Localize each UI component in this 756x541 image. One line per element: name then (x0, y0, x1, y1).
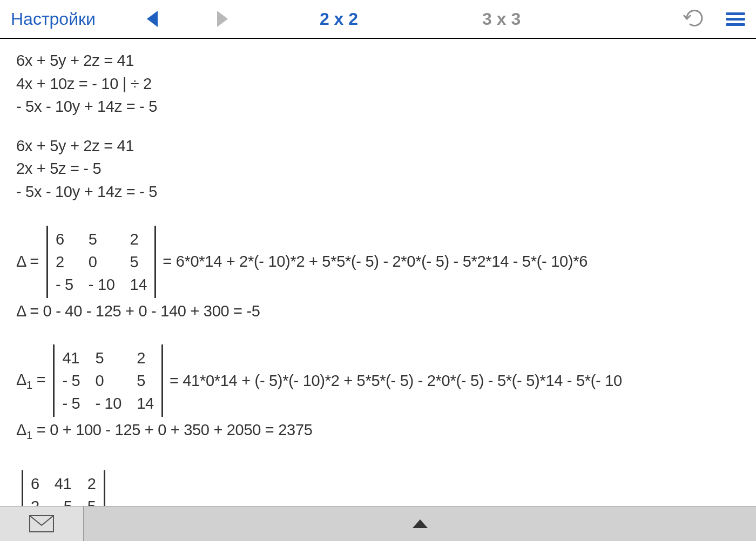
matrix-cell: 5 (130, 251, 147, 273)
det-result: Δ1 = 0 + 100 - 125 + 0 + 350 + 2050 = 23… (16, 419, 740, 443)
tab-3x3[interactable]: 3 x 3 (482, 9, 521, 29)
menu-icon[interactable] (726, 12, 745, 26)
equation-line: 2x + 5z = - 5 (16, 158, 740, 180)
det-result: Δ = 0 - 40 - 125 + 0 - 140 + 300 = -5 (16, 300, 740, 322)
matrix-cell: 41 (62, 347, 80, 369)
determinant-2-partial: Δ = 6 2 41 - 5 2 5 (16, 470, 740, 506)
solution-content[interactable]: 6x + 5y + 2z = 41 4x + 10z = - 10 | ÷ 2 … (0, 39, 756, 506)
equation-line: 6x + 5y + 2z = 41 (16, 135, 740, 157)
nav-next-icon[interactable] (217, 11, 228, 27)
matrix-cell: 5 (89, 228, 115, 251)
mail-icon (29, 515, 55, 533)
chevron-up-icon (413, 519, 428, 528)
matrix-cell: 41 (55, 472, 72, 495)
settings-link[interactable]: Настройки (11, 9, 96, 29)
matrix-cell: 2 (130, 228, 147, 251)
matrix-cell: - 5 (55, 495, 72, 506)
matrix-cell: 6 (56, 228, 73, 251)
det-expansion: = 41*0*14 + (- 5)*(- 10)*2 + 5*5*(- 5) -… (170, 370, 622, 392)
matrix-cell: - 5 (62, 369, 80, 392)
det-expansion: = 6*0*14 + 2*(- 10)*2 + 5*5*(- 5) - 2*0*… (163, 251, 588, 273)
equation-line: - 5x - 10y + 14z = - 5 (16, 181, 740, 203)
bottom-bar (0, 506, 756, 541)
matrix-cell: 0 (95, 369, 122, 392)
matrix-cell: - 10 (89, 273, 115, 296)
matrix: 6 2 - 5 5 0 - 10 2 5 14 (46, 226, 156, 298)
matrix-cell: - 5 (62, 392, 80, 415)
matrix-cell: 0 (89, 251, 115, 273)
toolbar-right (683, 8, 745, 30)
matrix-cell: - 10 (95, 392, 122, 415)
equation-line: 6x + 5y + 2z = 41 (16, 50, 740, 72)
toolbar: Настройки 2 x 2 3 x 3 (0, 0, 756, 39)
matrix-cell: 6 (31, 472, 39, 495)
matrix-cell: 5 (87, 495, 96, 506)
matrix: 6 2 41 - 5 2 5 (22, 470, 105, 506)
determinant-main: Δ = 6 2 - 5 5 0 - 10 2 5 14 (16, 226, 740, 298)
matrix-cell: 2 (56, 251, 73, 273)
tabs: 2 x 2 3 x 3 (320, 9, 521, 29)
matrix: 41 - 5 - 5 5 0 - 10 2 5 14 (53, 344, 163, 417)
matrix-cell: 14 (130, 273, 147, 296)
matrix-cell: 2 (31, 495, 39, 506)
mail-button[interactable] (0, 506, 84, 542)
nav-arrows (147, 11, 228, 27)
tab-2x2[interactable]: 2 x 2 (320, 9, 358, 29)
matrix-cell: 5 (95, 347, 122, 369)
nav-prev-icon[interactable] (147, 11, 158, 27)
matrix-cell: - 5 (56, 273, 73, 296)
matrix-cell: 2 (137, 347, 154, 369)
matrix-cell: 5 (137, 369, 154, 392)
equation-line: - 5x - 10y + 14z = - 5 (16, 96, 740, 118)
equation-line: 4x + 10z = - 10 | ÷ 2 (16, 73, 740, 95)
det-label: Δ = (16, 251, 39, 273)
det-label: Δ1 = (16, 369, 45, 393)
matrix-cell: 14 (137, 392, 154, 415)
undo-icon[interactable] (683, 8, 704, 30)
expand-button[interactable] (84, 519, 756, 528)
matrix-cell: 2 (87, 472, 96, 495)
determinant-1: Δ1 = 41 - 5 - 5 5 0 - 10 2 5 14 (16, 344, 740, 417)
